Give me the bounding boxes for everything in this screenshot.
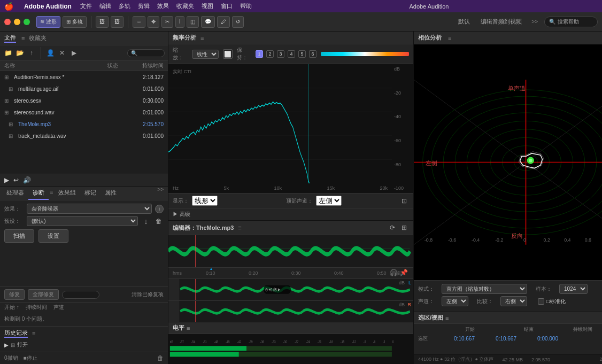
svg-text:-3: -3 <box>383 339 385 344</box>
stop-label[interactable]: ■停止 <box>24 354 37 362</box>
maximize-button[interactable] <box>24 19 30 25</box>
history-item[interactable]: ▶ ⊞ 打开 <box>4 340 164 350</box>
menu-effects[interactable]: 效果 <box>157 2 169 10</box>
hold-2-btn[interactable]: 2 <box>266 50 274 58</box>
toolbar-right: 默认 编辑音频到视频 >> 🔍 搜索帮助 <box>455 17 598 27</box>
sample-select[interactable]: 1024 <box>559 284 588 294</box>
compare-select[interactable]: 右侧 <box>500 296 527 306</box>
menu-view[interactable]: 视图 <box>202 2 213 10</box>
effect-info-button[interactable]: i <box>155 205 164 213</box>
list-item[interactable]: ⊞ TheMole.mp3 2:05.570 <box>0 118 168 130</box>
diagnose-menu-icon: ≡ <box>49 187 54 200</box>
zoom-select[interactable]: 线性 <box>192 50 219 59</box>
mode-select[interactable]: 直方图（缩放对数） <box>442 284 527 294</box>
tool-btn-3[interactable]: ↔ <box>133 16 145 28</box>
normalize-checkbox-label[interactable]: □标准化 <box>538 298 566 305</box>
display-select[interactable]: 线形 <box>192 196 218 206</box>
left-channel-waveform: ⊙ +0 dB ➤ dB L <box>168 279 413 300</box>
list-item[interactable]: ⊞ stereosound.wav 0:01.000 <box>0 106 168 118</box>
close-button[interactable] <box>4 19 11 25</box>
repair-all-button[interactable]: 全部修复 <box>28 289 59 300</box>
list-item[interactable]: ⊞ track_metadata.wav 0:01.000 <box>0 130 168 142</box>
repair-search-input[interactable] <box>62 291 99 299</box>
close-file-btn[interactable]: ✕ <box>57 48 67 58</box>
tool-btn-2[interactable]: 🖼 <box>111 16 124 28</box>
clear-repaired-button[interactable]: 清除已修复项 <box>132 291 164 298</box>
apple-icon[interactable]: 🍎 <box>4 2 13 11</box>
freq-capture-btn[interactable]: ⬜ <box>223 49 233 59</box>
tool-btn-9[interactable]: 🖊 <box>217 16 230 28</box>
list-item[interactable]: ⊞ AuditionRemix.sesx * 2:18.127 <box>0 71 168 83</box>
hold-4-btn[interactable]: 4 <box>288 50 295 58</box>
preset-save-btn[interactable]: ↓ <box>141 216 151 226</box>
scan-button[interactable]: 扫描 <box>4 229 34 243</box>
menu-edit[interactable]: 编辑 <box>99 2 111 10</box>
menu-multitrack[interactable]: 多轨 <box>119 2 130 10</box>
tab-diagnose[interactable]: 诊断 <box>28 187 49 200</box>
channel-select[interactable]: 左侧 <box>316 196 342 206</box>
save-btn[interactable]: ↑ <box>27 48 36 58</box>
preset-delete-btn[interactable]: 🗑 <box>154 216 164 226</box>
menu-window[interactable]: 窗口 <box>221 2 233 10</box>
volume-button[interactable]: 🔊 <box>23 176 31 184</box>
multitrack-mode-button[interactable]: ⊞ 多轨 <box>63 16 87 28</box>
tool-btn-5[interactable]: ✂ <box>161 16 173 28</box>
menu-items: 文件 编辑 多轨 剪辑 效果 收藏夹 视图 窗口 帮助 <box>80 2 252 10</box>
advanced-toggle[interactable]: ▶ 高级 <box>173 211 190 217</box>
tool-btn-7[interactable]: ◫ <box>187 16 199 28</box>
sel-end-value: 0:10.667 <box>479 336 516 342</box>
tab-effects[interactable]: 效果组 <box>54 187 80 200</box>
hold-5-btn[interactable]: 5 <box>298 50 306 58</box>
svg-text:反向: 反向 <box>511 233 523 239</box>
freq-expand-btn[interactable]: ⊡ <box>399 196 409 206</box>
tab-favorites[interactable]: 收藏夹 <box>29 34 47 42</box>
tool-btn-4[interactable]: ✥ <box>148 16 159 28</box>
tab-processor[interactable]: 处理器 <box>2 187 28 200</box>
person-icon[interactable]: 👤 <box>45 48 55 58</box>
preset-select[interactable]: (默认) <box>27 216 138 226</box>
loop-button[interactable]: ↩ <box>13 176 19 184</box>
channel-select-phase[interactable]: 左侧 <box>442 296 468 306</box>
list-item[interactable]: ⊞ multilanguage.aif 0:01.000 <box>0 83 168 95</box>
menu-help[interactable]: 帮助 <box>240 2 252 10</box>
loop-editor-btn[interactable]: ⟳ <box>388 223 397 233</box>
effects-tab-bar: 处理器 诊断 ≡ 效果组 标记 属性 >> <box>0 187 168 200</box>
tab-properties[interactable]: 属性 <box>101 187 121 200</box>
default-mode-btn[interactable]: 默认 <box>455 17 473 27</box>
repair-button[interactable]: 修复 <box>4 289 25 300</box>
autoplay-btn[interactable]: ▶ <box>69 48 79 58</box>
grid-btn[interactable]: ⊞ <box>399 223 409 233</box>
effect-type-select[interactable]: 杂音降噪器 <box>27 204 152 214</box>
svg-text:0.4: 0.4 <box>564 237 570 243</box>
svg-text:-18: -18 <box>329 339 334 344</box>
hold-1-btn[interactable]: 1 <box>256 50 263 58</box>
expand-toolbar-btn[interactable]: >> <box>529 19 540 25</box>
tool-btn-6[interactable]: I <box>175 16 184 28</box>
play-button[interactable]: ▶ <box>4 176 9 184</box>
tool-btn-1[interactable]: 🖼 <box>96 16 109 28</box>
hold-3-btn[interactable]: 3 <box>277 50 284 58</box>
tab-files[interactable]: 文件 <box>4 34 16 43</box>
waveform-mode-button[interactable]: ≋ 波形 <box>36 16 60 28</box>
menu-favorites[interactable]: 收藏夹 <box>176 2 194 10</box>
tool-btn-10[interactable]: ↺ <box>232 16 244 28</box>
search-help-box[interactable]: 🔍 搜索帮助 <box>544 17 598 27</box>
settings-button[interactable]: 设置 <box>38 229 68 243</box>
list-item[interactable]: ⊞ stereo.sesx 0:30.000 <box>0 95 168 106</box>
tab-markers[interactable]: 标记 <box>80 187 101 200</box>
headphones-icon[interactable]: 🎧 <box>390 269 398 276</box>
files-search-input[interactable] <box>127 49 165 57</box>
menu-file[interactable]: 文件 <box>80 2 92 10</box>
minimize-button[interactable] <box>14 19 20 25</box>
hold-6-btn[interactable]: 6 <box>309 50 317 58</box>
edit-video-mode-btn[interactable]: 编辑音频到视频 <box>477 17 525 27</box>
clear-history-btn[interactable]: 🗑 <box>157 354 164 362</box>
expand-tabs-btn[interactable]: >> <box>155 187 166 200</box>
svg-text:-39: -39 <box>249 339 253 344</box>
tool-btn-8[interactable]: 💬 <box>201 16 215 28</box>
pin-icon[interactable]: 📌 <box>400 269 408 276</box>
menu-clip[interactable]: 剪辑 <box>138 2 150 10</box>
normalize-checkbox[interactable] <box>538 298 544 305</box>
open-file-btn[interactable]: 📂 <box>15 48 25 58</box>
new-folder-btn[interactable]: 📁 <box>3 48 13 58</box>
